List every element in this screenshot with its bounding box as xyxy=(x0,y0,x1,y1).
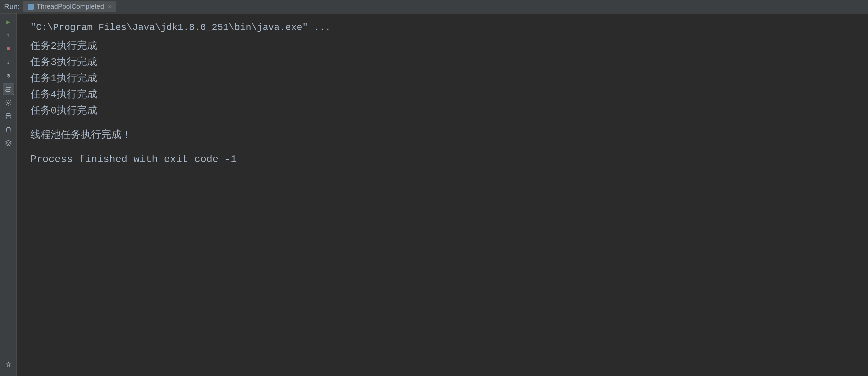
console-area: "C:\Program Files\Java\jdk1.8.0_251\bin\… xyxy=(17,13,868,376)
pin-button[interactable] xyxy=(3,359,14,371)
task-line-2: 任务1执行完成 xyxy=(30,70,855,87)
svg-point-1 xyxy=(8,75,9,76)
task-line-4: 任务0执行完成 xyxy=(30,103,855,119)
tab-icon xyxy=(28,4,34,10)
stop-button[interactable]: ■ xyxy=(3,43,14,55)
run-bar: Run: ThreadPoolCompleted × xyxy=(0,0,868,13)
play-button[interactable]: ▶ xyxy=(3,16,14,28)
svg-rect-4 xyxy=(7,117,10,119)
print-button[interactable] xyxy=(3,111,14,122)
main-container: ▶ ↑ ■ ↓ xyxy=(0,13,868,376)
delete-button[interactable] xyxy=(3,124,14,135)
task-line-3: 任务4执行完成 xyxy=(30,87,855,103)
wrap-button[interactable] xyxy=(3,84,14,95)
snapshot-button[interactable] xyxy=(3,70,14,82)
scroll-up-button[interactable]: ↑ xyxy=(3,30,14,41)
summary-line: 线程池任务执行完成！ xyxy=(30,127,855,143)
settings-button[interactable] xyxy=(3,97,14,108)
scroll-down-button[interactable]: ↓ xyxy=(3,57,14,68)
tab-name: ThreadPoolCompleted xyxy=(36,3,104,10)
layers-button[interactable] xyxy=(3,137,14,149)
run-label: Run: xyxy=(4,2,20,11)
sidebar: ▶ ↑ ■ ↓ xyxy=(0,13,17,376)
task-line-1: 任务3执行完成 xyxy=(30,54,855,70)
process-line: Process finished with exit code -1 xyxy=(30,151,855,167)
tab-close-button[interactable]: × xyxy=(108,4,111,10)
tab-item[interactable]: ThreadPoolCompleted × xyxy=(23,1,116,12)
task-line-0: 任务2执行完成 xyxy=(30,38,855,54)
command-line: "C:\Program Files\Java\jdk1.8.0_251\bin\… xyxy=(30,20,855,35)
svg-rect-3 xyxy=(7,114,10,116)
svg-point-2 xyxy=(7,102,9,104)
